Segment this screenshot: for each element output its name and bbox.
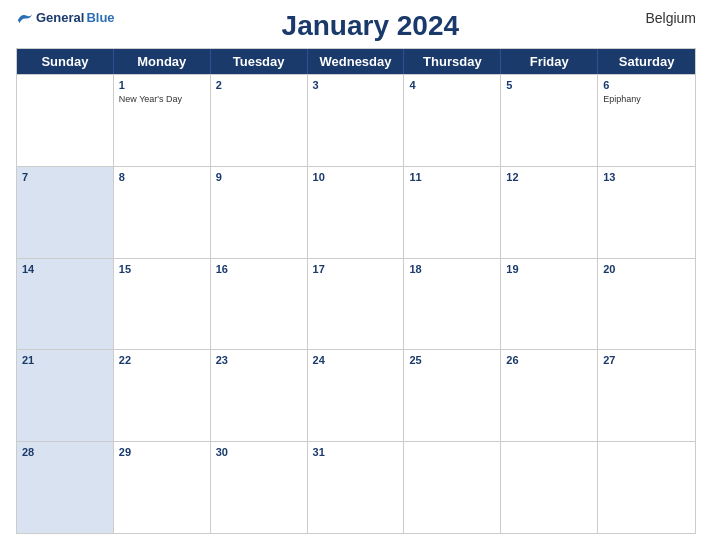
day-cell: 1New Year's Day [114,75,211,166]
day-header-sunday: Sunday [17,49,114,74]
day-cell: 4 [404,75,501,166]
day-cell: 15 [114,259,211,350]
day-cell: 17 [308,259,405,350]
calendar-title: January 2024 [115,10,626,42]
day-number: 27 [603,353,690,368]
day-number: 12 [506,170,592,185]
day-cell: 12 [501,167,598,258]
day-cell [17,75,114,166]
day-cell: 28 [17,442,114,533]
week-row-3: 14151617181920 [17,258,695,350]
day-number: 29 [119,445,205,460]
calendar-header: General Blue January 2024 Belgium [16,10,696,42]
day-number: 6 [603,78,690,93]
day-number: 16 [216,262,302,277]
day-cell: 19 [501,259,598,350]
day-cell: 13 [598,167,695,258]
day-number: 14 [22,262,108,277]
logo-blue-text: Blue [86,10,114,25]
logo-area: General Blue [16,10,115,25]
holiday-name: New Year's Day [119,94,205,106]
week-row-1: 1New Year's Day23456Epiphany [17,74,695,166]
logo-general-text: General [36,10,84,25]
day-number: 10 [313,170,399,185]
holiday-name: Epiphany [603,94,690,106]
day-cell [598,442,695,533]
weeks-container: 1New Year's Day23456Epiphany789101112131… [17,74,695,533]
day-cell: 21 [17,350,114,441]
day-cell: 5 [501,75,598,166]
week-row-2: 78910111213 [17,166,695,258]
week-row-4: 21222324252627 [17,349,695,441]
calendar-container: General Blue January 2024 Belgium Sunday… [0,0,712,550]
day-header-thursday: Thursday [404,49,501,74]
day-number: 7 [22,170,108,185]
day-header-saturday: Saturday [598,49,695,74]
day-number: 13 [603,170,690,185]
day-number: 2 [216,78,302,93]
day-number: 11 [409,170,495,185]
day-cell: 6Epiphany [598,75,695,166]
day-cell: 20 [598,259,695,350]
day-number: 28 [22,445,108,460]
day-number: 19 [506,262,592,277]
day-number: 20 [603,262,690,277]
week-row-5: 28293031 [17,441,695,533]
day-number: 18 [409,262,495,277]
day-cell: 16 [211,259,308,350]
day-cell: 27 [598,350,695,441]
day-cell: 30 [211,442,308,533]
day-headers-row: SundayMondayTuesdayWednesdayThursdayFrid… [17,49,695,74]
day-number: 5 [506,78,592,93]
day-cell: 3 [308,75,405,166]
day-number: 23 [216,353,302,368]
day-header-friday: Friday [501,49,598,74]
logo: General Blue [16,10,115,25]
day-header-tuesday: Tuesday [211,49,308,74]
day-number: 30 [216,445,302,460]
day-cell: 10 [308,167,405,258]
day-number: 21 [22,353,108,368]
day-cell [404,442,501,533]
day-number: 3 [313,78,399,93]
country-label: Belgium [626,10,696,26]
day-cell: 14 [17,259,114,350]
day-cell: 8 [114,167,211,258]
day-number: 8 [119,170,205,185]
day-cell: 24 [308,350,405,441]
day-cell: 22 [114,350,211,441]
day-number: 22 [119,353,205,368]
day-header-wednesday: Wednesday [308,49,405,74]
day-number: 15 [119,262,205,277]
day-number: 31 [313,445,399,460]
logo-bird-icon [16,11,34,25]
day-number: 9 [216,170,302,185]
calendar-grid: SundayMondayTuesdayWednesdayThursdayFrid… [16,48,696,534]
day-cell: 9 [211,167,308,258]
day-number: 4 [409,78,495,93]
day-cell [501,442,598,533]
day-number: 17 [313,262,399,277]
day-number: 1 [119,78,205,93]
day-header-monday: Monday [114,49,211,74]
day-cell: 23 [211,350,308,441]
day-cell: 25 [404,350,501,441]
day-number: 26 [506,353,592,368]
day-cell: 11 [404,167,501,258]
day-cell: 31 [308,442,405,533]
day-number: 24 [313,353,399,368]
day-cell: 2 [211,75,308,166]
day-cell: 29 [114,442,211,533]
day-cell: 26 [501,350,598,441]
day-cell: 7 [17,167,114,258]
day-number: 25 [409,353,495,368]
day-cell: 18 [404,259,501,350]
